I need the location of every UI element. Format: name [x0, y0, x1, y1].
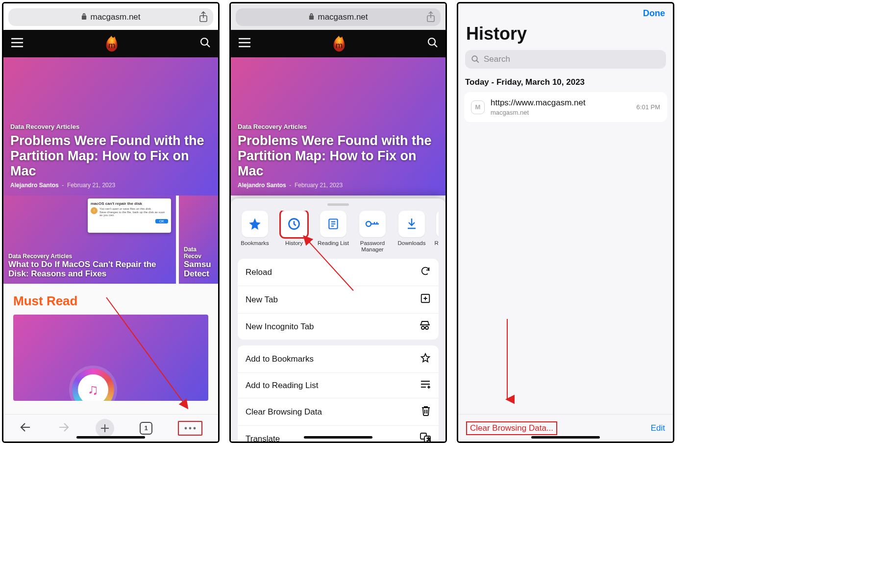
- history-search-input[interactable]: Search: [465, 50, 666, 69]
- back-button[interactable]: [19, 422, 32, 435]
- hero-category: Data Recovery Articles: [10, 123, 211, 130]
- edit-button[interactable]: Edit: [651, 423, 665, 433]
- menu-add-reading-list[interactable]: Add to Reading List: [238, 373, 439, 398]
- favicon-placeholder: M: [471, 100, 485, 114]
- history-entry-domain: macgasm.net: [491, 109, 631, 116]
- lock-icon: [308, 13, 315, 22]
- panel-3-history: Done History Search Today - Friday, Marc…: [457, 2, 674, 443]
- svg-point-9: [428, 38, 435, 45]
- alert-dialog-graphic: macOS can't repair the disk ! You can't …: [88, 198, 171, 233]
- hamburger-icon[interactable]: [10, 37, 24, 50]
- hero-title: Problems Were Found with the Partition M…: [238, 133, 439, 179]
- sheet-grabber[interactable]: [327, 203, 349, 206]
- site-header: m: [3, 30, 218, 57]
- plus-box-icon: [420, 293, 431, 306]
- history-entry-url: https://www.macgasm.net: [491, 98, 631, 108]
- more-menu-button[interactable]: [178, 421, 202, 436]
- search-icon: [427, 37, 439, 50]
- panel-1-chrome-browsing: macgasm.net m Data Recovery Articles Pro…: [2, 2, 220, 443]
- thumbnail-row: macOS can't repair the disk ! You can't …: [3, 196, 218, 284]
- hero-category: Data Recovery Articles: [238, 123, 439, 130]
- history-date-header: Today - Friday, March 10, 2023: [458, 77, 673, 92]
- new-tab-button[interactable]: [96, 419, 114, 438]
- svg-text:文: 文: [427, 437, 431, 441]
- history-nav-bar: Done: [458, 3, 673, 19]
- quick-downloads[interactable]: Downloads: [395, 211, 429, 253]
- site-header: m: [231, 30, 445, 57]
- svg-point-2: [201, 38, 208, 45]
- home-indicator: [76, 436, 145, 439]
- incognito-icon: [419, 320, 431, 333]
- menu-reload[interactable]: Reload: [238, 259, 439, 286]
- url-text: macgasm.net: [318, 12, 368, 22]
- recent-icon: [436, 211, 439, 237]
- reading-list-icon: [320, 211, 346, 237]
- hamburger-icon: [238, 37, 251, 50]
- search-icon[interactable]: [199, 37, 211, 50]
- url-bar[interactable]: macgasm.net: [236, 8, 441, 26]
- chrome-menu-sheet: Bookmarks History Reading List Password …: [231, 198, 445, 441]
- tabs-button[interactable]: 1: [140, 422, 152, 435]
- hero-title: Problems Were Found with the Partition M…: [10, 133, 211, 179]
- svg-point-14: [421, 326, 424, 329]
- url-bar[interactable]: macgasm.net: [8, 8, 213, 26]
- url-bar-area: macgasm.net: [231, 3, 445, 30]
- svg-point-20: [472, 56, 477, 61]
- url-bar-area: macgasm.net: [3, 3, 218, 30]
- quick-history[interactable]: History: [277, 211, 311, 253]
- share-icon[interactable]: [198, 11, 208, 25]
- svg-text:m: m: [108, 41, 116, 49]
- annotation-arrow-3: [500, 317, 515, 405]
- svg-point-4: [189, 427, 192, 429]
- share-icon[interactable]: [426, 11, 436, 25]
- history-icon: [281, 211, 307, 237]
- done-button[interactable]: Done: [643, 8, 665, 19]
- reload-icon: [420, 266, 431, 279]
- quick-password-manager[interactable]: Password Manager: [355, 211, 390, 253]
- menu-translate[interactable]: Translate 文: [238, 426, 439, 443]
- itunes-icon: ♫: [72, 368, 114, 401]
- trash-icon: [421, 405, 431, 418]
- star-outline-icon: [420, 352, 431, 366]
- star-icon: [242, 211, 268, 237]
- quick-bookmarks[interactable]: Bookmarks: [238, 211, 272, 253]
- quick-reading-list[interactable]: Reading List: [316, 211, 350, 253]
- menu-card-2: Add to Bookmarks Add to Reading List Cle…: [238, 345, 439, 443]
- svg-text:m: m: [336, 41, 343, 49]
- site-logo[interactable]: m: [103, 35, 120, 52]
- hero-meta: Alejandro Santos - February 21, 2023: [238, 182, 439, 189]
- home-indicator: [531, 436, 600, 439]
- history-entry-time: 6:01 PM: [637, 103, 660, 111]
- history-entry[interactable]: M https://www.macgasm.net macgasm.net 6:…: [464, 92, 667, 122]
- add-list-icon: [420, 380, 431, 391]
- key-icon: [359, 211, 386, 237]
- menu-add-bookmark[interactable]: Add to Bookmarks: [238, 345, 439, 373]
- menu-incognito[interactable]: New Incognito Tab: [238, 314, 439, 340]
- svg-point-12: [366, 221, 371, 226]
- quick-actions-row: Bookmarks History Reading List Password …: [238, 211, 439, 253]
- menu-clear-data[interactable]: Clear Browsing Data: [238, 398, 439, 426]
- clear-browsing-data-button[interactable]: Clear Browsing Data...: [466, 421, 557, 435]
- menu-new-tab[interactable]: New Tab: [238, 286, 439, 314]
- hero-article[interactable]: Data Recovery Articles Problems Were Fou…: [3, 57, 218, 196]
- svg-point-3: [185, 427, 187, 429]
- lock-icon: [81, 13, 87, 22]
- site-logo: m: [331, 35, 347, 52]
- search-icon: [471, 55, 480, 64]
- panel-2-chrome-menu: macgasm.net m Data Recovery Articles Pro…: [229, 2, 447, 443]
- history-title: History: [458, 19, 673, 48]
- url-text: macgasm.net: [90, 12, 140, 22]
- thumb-article-2[interactable]: Data Recov SamsuDetect: [179, 196, 218, 284]
- svg-point-5: [194, 427, 196, 429]
- download-icon: [398, 211, 425, 237]
- must-read-section: Must Read ♫: [3, 284, 218, 411]
- translate-icon: 文: [420, 433, 431, 443]
- svg-point-15: [425, 326, 428, 329]
- hero-meta: Alejandro Santos - February 21, 2023: [10, 182, 211, 189]
- home-indicator: [304, 436, 372, 439]
- menu-card-1: Reload New Tab New Incognito Tab: [238, 259, 439, 340]
- quick-recent[interactable]: Rece: [434, 211, 439, 253]
- must-read-thumb[interactable]: ♫: [13, 315, 208, 401]
- must-read-heading: Must Read: [13, 294, 208, 309]
- thumb-article-1[interactable]: macOS can't repair the disk ! You can't …: [3, 196, 176, 284]
